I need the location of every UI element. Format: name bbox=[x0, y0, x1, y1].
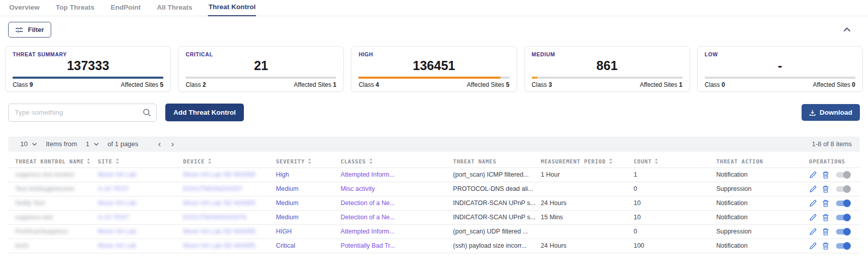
column-header-classes[interactable]: CLASSES bbox=[339, 154, 451, 168]
column-header-threat-kontrol-name[interactable]: THREAT KONTROL NAME bbox=[8, 154, 96, 168]
edit-pencil-icon[interactable] bbox=[809, 171, 817, 179]
cell-count: 0 bbox=[632, 224, 714, 239]
card-title: HIGH bbox=[358, 51, 509, 57]
table-header-row: THREAT KONTROL NAMESITEDEVICESEVERITYCLA… bbox=[8, 154, 860, 168]
delete-trash-icon[interactable] bbox=[822, 199, 829, 207]
edit-pencil-icon[interactable] bbox=[809, 228, 817, 236]
cell-threat-names: (ssh) payload size incorr... bbox=[451, 239, 539, 253]
cell-classes[interactable]: Detection of a Ne... bbox=[339, 210, 451, 224]
cell-severity[interactable]: Medium bbox=[274, 196, 339, 210]
filter-button[interactable]: Filter bbox=[8, 22, 51, 38]
cell-site[interactable]: A-10 TEST bbox=[96, 210, 181, 224]
cell-threat-action: Suppression bbox=[714, 182, 807, 196]
column-header-site[interactable]: SITE bbox=[96, 154, 181, 168]
chevron-down-icon bbox=[32, 143, 37, 146]
prev-page-chevron-left-icon[interactable]: ‹ bbox=[158, 140, 161, 148]
cell-site[interactable]: Moon HA Lab bbox=[96, 196, 181, 210]
cell-threat-kontrol-name: PortScanSuppress bbox=[8, 224, 96, 239]
cell-device[interactable]: Moon HA Lab SD WAN55 bbox=[181, 239, 274, 253]
delete-trash-icon[interactable] bbox=[822, 228, 829, 236]
cell-site[interactable]: Moon HA Lab bbox=[96, 239, 181, 253]
enable-toggle[interactable] bbox=[836, 229, 850, 234]
cell-classes[interactable]: Attempted Inform... bbox=[339, 224, 451, 239]
cell-device[interactable]: ESXUTMAINGHOST bbox=[181, 182, 274, 196]
column-header-device[interactable]: DEVICE bbox=[181, 154, 274, 168]
column-header-severity[interactable]: SEVERITY bbox=[274, 154, 339, 168]
column-header-measurement-period[interactable]: MEASUREMENT PERIOD bbox=[539, 154, 632, 168]
page-size-select[interactable]: 10 bbox=[20, 140, 37, 148]
card-progress-fill bbox=[13, 77, 163, 79]
sort-icon bbox=[208, 158, 211, 164]
tab-all-threats[interactable]: All Threats bbox=[157, 0, 193, 16]
summary-card-threat-summary: THREAT SUMMARY 137333 Class 9 Affected S… bbox=[5, 46, 171, 92]
summary-card-high: HIGH 136451 Class 4 Affected Sites 5 bbox=[351, 46, 517, 92]
download-button[interactable]: Download bbox=[802, 104, 860, 121]
summary-card-critical: CRITICAL 21 Class 2 Affected Sites 1 bbox=[178, 46, 344, 92]
search-input[interactable] bbox=[8, 104, 157, 122]
cell-device[interactable]: Moon HA Lab SD WAN55 bbox=[181, 168, 274, 182]
search-wrap bbox=[8, 104, 157, 122]
sort-icon bbox=[87, 158, 90, 164]
cell-device[interactable]: Moon HA Lab SD WAN55 bbox=[181, 196, 274, 210]
download-button-label: Download bbox=[820, 109, 853, 116]
delete-trash-icon[interactable] bbox=[822, 214, 829, 221]
cell-device[interactable]: ESXUTMAINGHOST8 bbox=[181, 210, 274, 224]
card-value: 137333 bbox=[13, 58, 163, 73]
cell-threat-names: (port_scan) ICMP filtered... bbox=[451, 168, 539, 182]
cell-threat-kontrol-name: Test AntiSuppression bbox=[8, 182, 96, 196]
tab-threat-kontrol[interactable]: Threat Kontrol bbox=[208, 0, 256, 16]
cell-count: 0 bbox=[632, 182, 714, 196]
enable-toggle[interactable] bbox=[836, 200, 850, 206]
cell-threat-names: INDICATOR-SCAN UPnP s... bbox=[451, 196, 539, 210]
cell-severity[interactable]: Critical bbox=[274, 239, 339, 253]
table-row: suppress test kontrol Moon HA Lab Moon H… bbox=[8, 168, 860, 182]
cell-site[interactable]: Moon HA Lab bbox=[96, 224, 181, 239]
cell-severity[interactable]: Medium bbox=[274, 182, 339, 196]
table-row: Test AntiSuppression A-10 TEST ESXUTMAIN… bbox=[8, 182, 860, 196]
page-select[interactable]: 1 bbox=[86, 140, 99, 148]
search-icon[interactable] bbox=[142, 108, 151, 117]
cell-classes[interactable]: Detection of a Ne... bbox=[339, 196, 451, 210]
card-class-count: Class 0 bbox=[705, 81, 725, 88]
download-icon bbox=[809, 109, 816, 116]
pagination-bar: 10 Items from 1 of 1 pages ‹ › 1-8 of 8 … bbox=[8, 137, 860, 152]
edit-pencil-icon[interactable] bbox=[809, 199, 817, 207]
edit-pencil-icon[interactable] bbox=[809, 214, 817, 221]
edit-pencil-icon[interactable] bbox=[809, 242, 817, 250]
enable-toggle[interactable] bbox=[836, 215, 850, 220]
enable-toggle[interactable] bbox=[836, 172, 850, 178]
card-affected-sites: Affected Sites 1 bbox=[294, 81, 337, 88]
table-toolbar: Add Threat Kontrol Download bbox=[8, 104, 860, 122]
cell-severity[interactable]: High bbox=[274, 168, 339, 182]
current-page-value: 1 bbox=[86, 140, 89, 148]
cell-site[interactable]: Moon HA Lab bbox=[96, 168, 181, 182]
delete-trash-icon[interactable] bbox=[822, 171, 829, 179]
enable-toggle[interactable] bbox=[836, 186, 850, 192]
card-progress-fill bbox=[358, 77, 500, 79]
cell-device[interactable]: Moon HA Lab SD WAN55 bbox=[181, 224, 274, 239]
enable-toggle[interactable] bbox=[836, 243, 850, 249]
tab-endpoint[interactable]: EndPoint bbox=[110, 0, 141, 16]
sort-icon bbox=[655, 158, 658, 164]
cell-classes[interactable]: Potentially Bad Tr... bbox=[339, 239, 451, 253]
cell-site[interactable]: A-10 TEST bbox=[96, 182, 181, 196]
next-page-chevron-right-icon[interactable]: › bbox=[171, 140, 174, 148]
column-header-count[interactable]: COUNT bbox=[632, 154, 714, 168]
card-footer: Class 9 Affected Sites 5 bbox=[13, 79, 163, 88]
delete-trash-icon[interactable] bbox=[822, 185, 829, 193]
edit-pencil-icon[interactable] bbox=[809, 185, 817, 193]
cell-classes[interactable]: Misc activity bbox=[339, 182, 451, 196]
cell-severity[interactable]: Medium bbox=[274, 210, 339, 224]
cell-severity[interactable]: HIGH bbox=[274, 224, 339, 239]
cell-threat-names: (port_scan) UDP filtered ... bbox=[451, 224, 539, 239]
cell-classes[interactable]: Attempted Inform... bbox=[339, 168, 451, 182]
card-title: MEDIUM bbox=[532, 51, 682, 57]
add-threat-kontrol-button[interactable]: Add Threat Kontrol bbox=[165, 104, 244, 121]
tab-top-threats[interactable]: Top Threats bbox=[55, 0, 95, 16]
tab-overview[interactable]: Overview bbox=[9, 0, 40, 16]
card-class-count: Class 3 bbox=[532, 81, 552, 88]
cell-measurement-period bbox=[539, 182, 632, 196]
collapse-filter-chevron-up-icon[interactable] bbox=[843, 27, 851, 32]
delete-trash-icon[interactable] bbox=[822, 242, 829, 250]
cell-measurement-period: 1 Hour bbox=[539, 168, 632, 182]
